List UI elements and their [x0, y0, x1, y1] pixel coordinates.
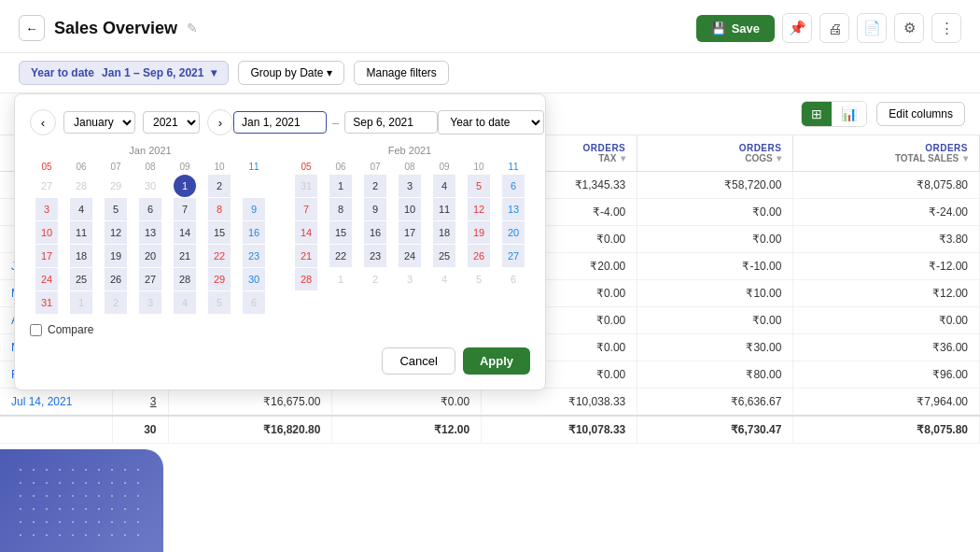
- manage-filters-button[interactable]: Manage filters: [354, 61, 448, 85]
- orders-link[interactable]: 3: [150, 395, 157, 408]
- cal-day-jan22[interactable]: 22: [208, 245, 231, 267]
- cal-day-jan4[interactable]: 4: [70, 198, 92, 220]
- cal-day-jan14[interactable]: 14: [174, 221, 196, 244]
- feb-day-28[interactable]: 28: [295, 268, 317, 290]
- feb-day-2[interactable]: 2: [364, 175, 386, 197]
- cal-day-jan29[interactable]: 29: [208, 268, 231, 290]
- feb-day-16[interactable]: 16: [364, 221, 386, 244]
- group-by-button[interactable]: Group by Date ▾: [238, 61, 344, 85]
- compare-label[interactable]: Compare: [48, 323, 93, 336]
- cal-day-jan3[interactable]: 3: [35, 198, 58, 220]
- cal-day-jan7[interactable]: 7: [174, 198, 196, 220]
- feb-day-13[interactable]: 13: [502, 198, 525, 220]
- cal-day-jan1[interactable]: 1: [174, 175, 196, 197]
- feb-day-20[interactable]: 20: [502, 221, 525, 244]
- feb-day-10[interactable]: 10: [399, 198, 421, 220]
- cal-day-feb5[interactable]: 5: [208, 291, 231, 314]
- feb-day-7[interactable]: 7: [295, 198, 317, 220]
- cal-day-dec31[interactable]: [243, 175, 265, 197]
- feb-day-12[interactable]: 12: [468, 198, 490, 220]
- feb-day-21[interactable]: 21: [295, 245, 317, 267]
- cal-day-jan11[interactable]: 11: [70, 221, 92, 244]
- cal-day-jan18[interactable]: 18: [70, 245, 92, 267]
- feb-day-mar2[interactable]: 2: [364, 268, 386, 290]
- feb-day-14[interactable]: 14: [295, 221, 317, 244]
- feb-day-15[interactable]: 15: [329, 221, 352, 244]
- cal-day-feb6[interactable]: 6: [243, 291, 265, 314]
- feb-day-17[interactable]: 17: [399, 221, 421, 244]
- cal-day-jan17[interactable]: 17: [35, 245, 58, 267]
- apply-button[interactable]: Apply: [463, 347, 530, 375]
- feb-day-4[interactable]: 4: [433, 175, 455, 197]
- cal-day-jan23[interactable]: 23: [243, 245, 265, 267]
- cal-day-jan21[interactable]: 21: [174, 245, 196, 267]
- year-select-left[interactable]: 2021: [143, 111, 200, 134]
- cal-day-feb4[interactable]: 4: [174, 291, 196, 314]
- cal-day-jan2[interactable]: 2: [208, 175, 231, 197]
- cal-day-dec30[interactable]: 30: [139, 175, 161, 197]
- cal-day-jan6[interactable]: 6: [139, 198, 161, 220]
- cal-day-jan30[interactable]: 30: [243, 268, 265, 290]
- cal-day-jan24[interactable]: 24: [35, 268, 58, 290]
- more-button[interactable]: ⋮: [931, 13, 961, 43]
- start-date-input[interactable]: [233, 111, 327, 134]
- feb-day-19[interactable]: 19: [468, 221, 490, 244]
- cal-day-jan19[interactable]: 19: [105, 245, 127, 267]
- edit-columns-button[interactable]: Edit columns: [876, 102, 965, 126]
- preset-select[interactable]: Year to date Last 7 days Last 30 days Cu…: [438, 110, 544, 134]
- cal-day-jan15[interactable]: 15: [208, 221, 231, 244]
- table-view-button[interactable]: ⊞: [802, 102, 832, 126]
- feb-day-3[interactable]: 3: [399, 175, 421, 197]
- calendar-prev-button[interactable]: ‹: [30, 109, 56, 135]
- feb-day-18[interactable]: 18: [433, 221, 455, 244]
- cal-day-jan16[interactable]: 16: [243, 221, 265, 244]
- cal-day-jan27[interactable]: 27: [139, 268, 161, 290]
- cal-day-jan25[interactable]: 25: [70, 268, 92, 290]
- feb-day-8[interactable]: 8: [329, 198, 352, 220]
- feb-day-24[interactable]: 24: [399, 245, 421, 267]
- compare-checkbox[interactable]: [30, 324, 42, 336]
- feb-day-mar5[interactable]: 5: [468, 268, 490, 290]
- end-date-input[interactable]: [344, 111, 438, 134]
- feb-day-mar6[interactable]: 6: [502, 268, 525, 290]
- month-select-left[interactable]: January: [63, 111, 135, 134]
- feb-day-jan31[interactable]: 31: [295, 175, 317, 197]
- cal-day-jan12[interactable]: 12: [105, 221, 127, 244]
- edit-title-icon[interactable]: ✎: [187, 21, 198, 35]
- export-button[interactable]: 📄: [857, 13, 887, 43]
- settings-button[interactable]: ⚙: [894, 13, 924, 43]
- save-button[interactable]: 💾 Save: [696, 15, 775, 42]
- print-button[interactable]: 🖨: [819, 13, 849, 43]
- cal-day-jan31[interactable]: 31: [35, 291, 58, 314]
- cal-day-jan26[interactable]: 26: [105, 268, 127, 290]
- feb-day-23[interactable]: 23: [364, 245, 386, 267]
- pin-button[interactable]: 📌: [782, 13, 812, 43]
- cal-day-dec29[interactable]: 29: [105, 175, 127, 197]
- cal-day-jan20[interactable]: 20: [139, 245, 161, 267]
- feb-day-9[interactable]: 9: [364, 198, 386, 220]
- date-range-selector[interactable]: Year to date Jan 1 – Sep 6, 2021 ▾: [19, 61, 229, 85]
- chart-view-button[interactable]: 📊: [832, 102, 866, 126]
- feb-day-26[interactable]: 26: [468, 245, 490, 267]
- cal-day-jan13[interactable]: 13: [139, 221, 161, 244]
- feb-day-25[interactable]: 25: [433, 245, 455, 267]
- cal-day-feb1[interactable]: 1: [70, 291, 92, 314]
- feb-day-mar4[interactable]: 4: [433, 268, 455, 290]
- cal-day-jan28[interactable]: 28: [174, 268, 196, 290]
- cal-day-dec27[interactable]: 27: [35, 175, 58, 197]
- feb-day-11[interactable]: 11: [433, 198, 455, 220]
- cal-day-jan10[interactable]: 10: [35, 221, 58, 244]
- cal-day-jan5[interactable]: 5: [105, 198, 127, 220]
- cal-day-dec28[interactable]: 28: [70, 175, 92, 197]
- cal-day-feb3[interactable]: 3: [139, 291, 161, 314]
- feb-day-1[interactable]: 1: [329, 175, 352, 197]
- feb-day-mar1[interactable]: 1: [329, 268, 352, 290]
- cancel-button[interactable]: Cancel: [382, 347, 455, 375]
- feb-day-5[interactable]: 5: [468, 175, 490, 197]
- feb-day-6[interactable]: 6: [502, 175, 525, 197]
- calendar-next-button[interactable]: ›: [207, 109, 233, 135]
- feb-day-27[interactable]: 27: [502, 245, 525, 267]
- cal-day-feb2[interactable]: 2: [105, 291, 127, 314]
- cal-day-jan8[interactable]: 8: [208, 198, 231, 220]
- back-button[interactable]: ←: [19, 15, 45, 41]
